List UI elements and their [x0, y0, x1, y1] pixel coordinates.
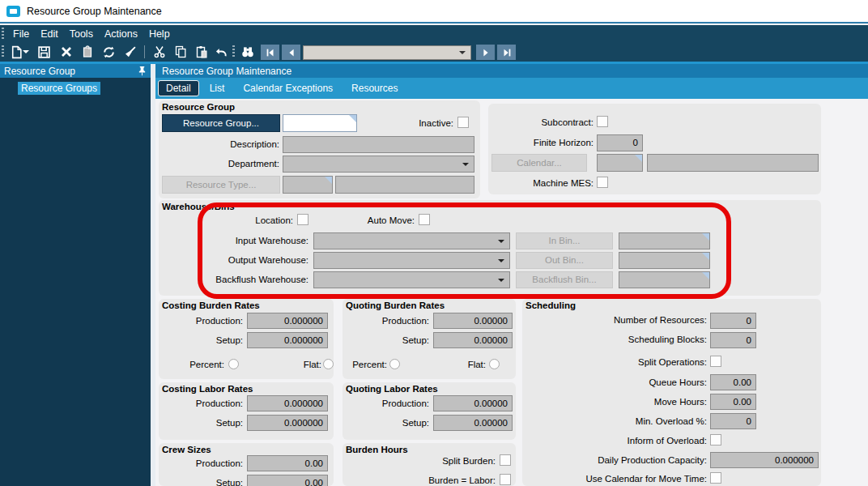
- quoting-labor-setup-field[interactable]: 0.00000: [433, 415, 513, 431]
- split-burden-checkbox[interactable]: [500, 454, 511, 466]
- menu-file[interactable]: File: [7, 27, 35, 41]
- setup-label: Setup:: [178, 478, 243, 486]
- calendar-button[interactable]: Calendar...: [491, 154, 587, 172]
- split-burden-label: Split Burden:: [415, 456, 496, 466]
- description-field[interactable]: [283, 136, 474, 153]
- burden-equals-labor-checkbox[interactable]: [500, 474, 511, 485]
- clear-broom-icon: [123, 45, 137, 59]
- out-bin-field[interactable]: [619, 252, 710, 269]
- output-warehouse-dropdown[interactable]: [313, 252, 510, 269]
- backflush-bin-button[interactable]: Backflush Bin...: [516, 271, 613, 288]
- costing-burden-setup-field[interactable]: 0.000000: [247, 332, 328, 348]
- field-fold-corner: [635, 155, 642, 162]
- costing-labor-setup-field[interactable]: 0.000000: [247, 415, 328, 431]
- attachment-button[interactable]: [78, 44, 97, 60]
- toolbar-grip-2[interactable]: [232, 45, 235, 58]
- percent-radio[interactable]: [389, 359, 400, 369]
- quoting-burden-production-field[interactable]: 0.00000: [433, 313, 513, 329]
- save-button[interactable]: [34, 44, 53, 60]
- auto-move-checkbox[interactable]: [419, 214, 430, 225]
- previous-record-button[interactable]: [282, 45, 300, 60]
- flat-radio[interactable]: [323, 359, 334, 369]
- out-bin-button[interactable]: Out Bin...: [516, 252, 613, 269]
- resource-group-maintenance-window: Resource Group Maintenance File Edit Too…: [0, 0, 868, 486]
- crew-sizes-setup-field[interactable]: 0.00: [247, 475, 328, 486]
- costing-burden-production-field[interactable]: 0.000000: [247, 313, 328, 329]
- record-selector-combobox[interactable]: [303, 45, 471, 60]
- pin-icon[interactable]: [138, 66, 147, 76]
- refresh-button[interactable]: [99, 44, 118, 60]
- flat-radio[interactable]: [489, 359, 500, 369]
- menu-help[interactable]: Help: [143, 27, 176, 41]
- tab-list[interactable]: List: [202, 80, 233, 96]
- sidebar-item-resource-groups[interactable]: Resource Groups: [18, 82, 100, 95]
- window-title: Resource Group Maintenance: [27, 6, 162, 17]
- field-fold-corner: [702, 233, 709, 241]
- resource-type-button[interactable]: Resource Type...: [162, 176, 280, 194]
- last-record-button[interactable]: [497, 45, 516, 60]
- new-dropdown-caret[interactable]: [23, 50, 29, 53]
- clear-button[interactable]: [120, 44, 139, 60]
- next-record-button[interactable]: [476, 45, 495, 60]
- crew-sizes-production-field[interactable]: 0.00: [247, 455, 328, 471]
- menu-edit[interactable]: Edit: [35, 27, 64, 41]
- menu-tools[interactable]: Tools: [64, 27, 99, 41]
- finite-horizon-field[interactable]: 0: [597, 134, 643, 151]
- copy-button[interactable]: [171, 44, 190, 60]
- location-checkbox[interactable]: [297, 214, 308, 225]
- search-button[interactable]: [238, 44, 257, 60]
- inactive-checkbox[interactable]: [457, 117, 469, 128]
- section-title: Scheduling: [525, 301, 576, 310]
- backflush-bin-field[interactable]: [619, 271, 710, 288]
- section-quoting-labor-rates: Quoting Labor Rates Production: 0.00000 …: [343, 382, 516, 440]
- toolbar-separator: [144, 45, 145, 58]
- undo-button[interactable]: [211, 44, 231, 60]
- field-fold-corner: [702, 253, 709, 260]
- resource-group-key-field[interactable]: [283, 114, 357, 132]
- tab-resources[interactable]: Resources: [343, 80, 406, 96]
- undo-icon: [215, 45, 228, 59]
- calendar-description-field[interactable]: [647, 154, 819, 172]
- percent-radio[interactable]: [228, 359, 239, 369]
- delete-button[interactable]: [57, 44, 76, 60]
- resource-group-lookup-button[interactable]: Resource Group...: [162, 114, 280, 132]
- move-hours-field[interactable]: 0.00: [710, 394, 756, 410]
- menu-actions[interactable]: Actions: [99, 27, 143, 41]
- split-operations-checkbox[interactable]: [710, 356, 721, 367]
- tab-calendar-exceptions[interactable]: Calendar Exceptions: [235, 80, 341, 96]
- calendar-key-field[interactable]: [597, 154, 643, 172]
- department-dropdown[interactable]: [283, 156, 474, 173]
- section-crew-sizes: Crew Sizes Production: 0.00 Setup: 0.00: [159, 443, 334, 486]
- in-bin-field[interactable]: [619, 232, 710, 249]
- cut-button[interactable]: [150, 44, 169, 60]
- setup-label: Setup:: [178, 335, 243, 345]
- number-of-resources-field[interactable]: 0: [710, 313, 756, 329]
- machine-mes-checkbox[interactable]: [597, 177, 608, 188]
- queue-hours-label: Queue Hours:: [529, 377, 707, 387]
- dropdown-arrow-icon: [462, 163, 469, 166]
- quoting-burden-setup-field[interactable]: 0.00000: [433, 332, 513, 348]
- tab-detail[interactable]: Detail: [158, 80, 199, 96]
- quoting-labor-production-field[interactable]: 0.00000: [433, 395, 513, 411]
- subcontract-checkbox[interactable]: [597, 116, 608, 127]
- toolbar-grip[interactable]: [2, 45, 4, 58]
- daily-production-capacity-field[interactable]: 0.000000: [710, 452, 819, 468]
- costing-labor-production-field[interactable]: 0.000000: [247, 395, 328, 411]
- inform-of-overload-checkbox[interactable]: [710, 434, 721, 446]
- daily-production-capacity-label: Daily Production Capacity:: [529, 455, 707, 465]
- machine-mes-label: Machine MES:: [513, 178, 594, 188]
- min-overload-field[interactable]: 0: [710, 413, 756, 429]
- resource-type-key-field[interactable]: [283, 176, 333, 194]
- use-calendar-for-move-time-checkbox[interactable]: [710, 472, 721, 484]
- paste-button[interactable]: [192, 44, 211, 60]
- backflush-warehouse-dropdown[interactable]: [313, 271, 510, 288]
- scheduling-blocks-field[interactable]: 0: [710, 332, 756, 348]
- queue-hours-field[interactable]: 0.00: [710, 374, 756, 390]
- menu-grip[interactable]: [2, 28, 4, 40]
- in-bin-button[interactable]: In Bin...: [516, 232, 613, 249]
- first-record-button[interactable]: [261, 45, 279, 60]
- input-warehouse-dropdown[interactable]: [313, 232, 510, 249]
- section-title: Quoting Burden Rates: [346, 301, 445, 310]
- resource-type-description-field[interactable]: [335, 176, 474, 194]
- dropdown-arrow-icon: [498, 240, 504, 243]
